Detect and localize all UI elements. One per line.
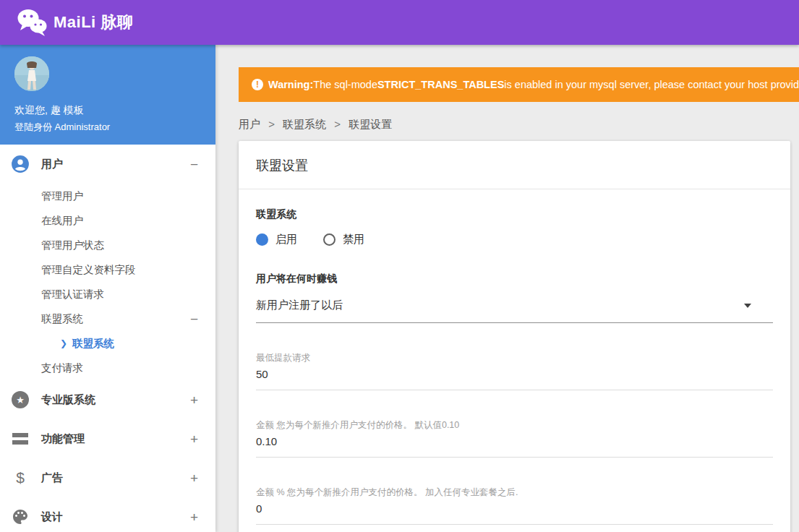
radio-enable[interactable]: 启用 — [256, 233, 297, 246]
min-withdraw-label: 最低提款请求 — [256, 352, 773, 364]
sidebar-item-affiliate-system-active[interactable]: ❯ 联盟系统 — [0, 331, 215, 356]
warning-icon: ! — [252, 79, 263, 90]
collapse-icon[interactable]: − — [190, 312, 198, 326]
breadcrumb-affiliate-system[interactable]: 联盟系统 — [283, 118, 326, 130]
chevron-right-icon: ❯ — [60, 338, 67, 348]
login-role-text: 登陆身份 Administrator — [14, 121, 201, 134]
warning-text: is enabled in your mysql server, please … — [504, 79, 799, 90]
affiliate-system-label: 联盟系统 — [256, 208, 773, 221]
earn-when-label: 用户将在何时赚钱 — [256, 273, 773, 286]
sidebar-item-manage-users[interactable]: 管理用户 — [0, 184, 215, 208]
palette-icon — [11, 507, 30, 526]
sidebar-item-design[interactable]: 设计 + — [0, 497, 215, 532]
welcome-text: 欢迎您, 趣 模板 — [14, 104, 201, 117]
card-title: 联盟设置 — [256, 157, 773, 174]
warning-code: STRICT_TRANS_TABLES — [377, 79, 504, 90]
breadcrumb-separator: > — [334, 118, 341, 130]
sidebar-item-ads[interactable]: $ 广告 + — [0, 458, 215, 497]
sidebar-profile: 欢迎您, 趣 模板 登陆身份 Administrator — [0, 45, 215, 145]
radio-disable[interactable]: 禁用 — [323, 233, 364, 246]
breadcrumb-affiliate-settings: 联盟设置 — [349, 118, 392, 130]
sidebar-item-pro[interactable]: ★ 专业版系统 + — [0, 380, 215, 419]
star-circle-icon: ★ — [11, 390, 30, 409]
sidebar-item-affiliate-group[interactable]: 联盟系统 − — [0, 306, 215, 331]
user-circle-icon — [11, 155, 30, 173]
earn-when-select[interactable]: 新用户注册了以后 — [256, 297, 773, 323]
avatar[interactable] — [14, 56, 49, 91]
sidebar: 欢迎您, 趣 模板 登陆身份 Administrator 用户 − 管理用户 — [0, 45, 215, 532]
radio-group: 启用 禁用 — [256, 233, 773, 246]
referral-amount-field: 金额 您为每个新推介用户支付的价格。 默认值0.10 — [256, 419, 773, 458]
radio-selected-icon[interactable] — [256, 233, 268, 246]
sidebar-item-verify-requests[interactable]: 管理认证请求 — [0, 282, 215, 306]
dollar-icon: $ — [11, 468, 30, 487]
breadcrumb-users[interactable]: 用户 — [239, 118, 260, 130]
card-body: 联盟系统 启用 禁用 用户将在何时赚钱 — [239, 189, 790, 532]
breadcrumb: 用户 > 联盟系统 > 联盟设置 — [239, 118, 799, 132]
sidebar-item-online-users[interactable]: 在线用户 — [0, 208, 215, 233]
referral-amount-input[interactable] — [256, 432, 773, 458]
sidebar-item-user-status[interactable]: 管理用户状态 — [0, 233, 215, 257]
sidebar-item-users[interactable]: 用户 − — [0, 145, 215, 184]
referral-amount-label: 金额 您为每个新推介用户支付的价格。 默认值0.10 — [256, 419, 773, 432]
radio-unselected-icon[interactable] — [323, 233, 336, 246]
sidebar-item-features[interactable]: 功能管理 + — [0, 419, 215, 458]
main-content: ! Warning: The sql-mode STRICT_TRANS_TAB… — [215, 45, 799, 532]
dropdown-caret-icon — [744, 304, 751, 308]
card-header: 联盟设置 — [239, 141, 790, 189]
warning-label: Warning: — [268, 79, 313, 90]
radio-enable-label: 启用 — [275, 233, 297, 246]
affiliate-settings-card: 联盟设置 联盟系统 启用 禁用 — [239, 141, 790, 532]
sidebar-item-payment-requests[interactable]: 支付请求 — [0, 356, 215, 380]
earn-when-field: 用户将在何时赚钱 新用户注册了以后 — [256, 273, 773, 323]
wechat-logo-icon — [16, 8, 48, 37]
collapse-icon[interactable]: − — [190, 158, 198, 171]
affiliate-system-field: 联盟系统 启用 禁用 — [256, 208, 773, 246]
expand-icon[interactable]: + — [190, 393, 198, 407]
sidebar-menu: 用户 − 管理用户 在线用户 管理用户状态 管理自定义资料字段 管理认证请求 联… — [0, 145, 215, 532]
expand-icon[interactable]: + — [190, 471, 198, 485]
app-title: MaiLi 脉聊 — [54, 12, 133, 33]
warning-text: The sql-mode — [313, 79, 377, 90]
min-withdraw-input[interactable] — [256, 364, 773, 390]
app-header: MaiLi 脉聊 — [0, 0, 799, 45]
referral-percent-field: 金额 % 您为每个新推介用户支付的价格。 加入任何专业套餐之后. — [256, 486, 773, 525]
referral-percent-input[interactable] — [256, 499, 773, 525]
expand-icon[interactable]: + — [190, 432, 198, 446]
expand-icon[interactable]: + — [190, 510, 198, 524]
sidebar-item-custom-fields[interactable]: 管理自定义资料字段 — [0, 257, 215, 282]
earn-when-value: 新用户注册了以后 — [256, 299, 343, 312]
breadcrumb-separator: > — [268, 118, 275, 130]
bars-icon — [11, 429, 30, 448]
warning-banner: ! Warning: The sql-mode STRICT_TRANS_TAB… — [239, 67, 799, 102]
radio-disable-label: 禁用 — [343, 233, 364, 246]
min-withdraw-field: 最低提款请求 — [256, 352, 773, 390]
referral-percent-label: 金额 % 您为每个新推介用户支付的价格。 加入任何专业套餐之后. — [256, 486, 773, 499]
